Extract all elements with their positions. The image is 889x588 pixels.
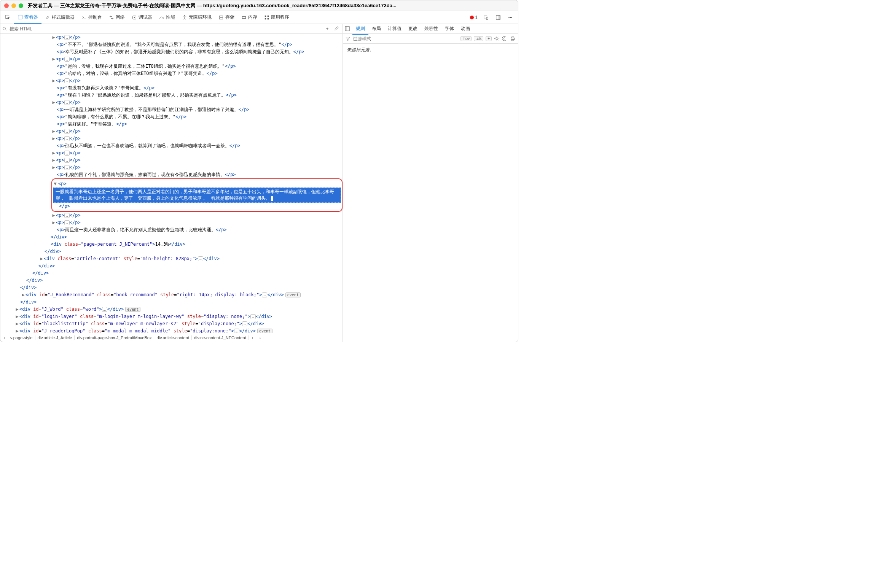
tab-inspector[interactable]: 查看器 xyxy=(14,12,41,24)
tab-changes[interactable]: 更改 xyxy=(405,24,421,34)
tab-debugger[interactable]: 调试器 xyxy=(128,12,156,23)
memory-icon xyxy=(241,15,247,20)
storage-icon xyxy=(218,15,224,20)
svg-point-21 xyxy=(496,38,498,40)
crumb-next-button[interactable]: › xyxy=(249,335,257,340)
rules-panel: 规则 布局 计算值 更改 兼容性 字体 动画 :hov .cls + 未选择元素… xyxy=(343,24,518,342)
error-count[interactable]: 1 xyxy=(468,15,480,20)
crumb-prev-button[interactable]: ‹ xyxy=(0,335,8,340)
svg-rect-9 xyxy=(265,18,266,19)
tab-network[interactable]: 网络 xyxy=(105,12,128,23)
tab-animations[interactable]: 动画 xyxy=(457,24,473,34)
close-window-button[interactable] xyxy=(4,3,9,8)
pencil-icon xyxy=(334,25,339,31)
add-node-button[interactable]: + xyxy=(323,26,332,32)
markup-panel: + ▶<p>…</p> <p>"不不不。"邵迅有些愧疚的说道。"我今天可能是有点… xyxy=(0,24,343,342)
console-icon xyxy=(81,15,87,20)
svg-rect-1 xyxy=(18,15,22,19)
svg-point-15 xyxy=(508,17,510,18)
selected-node-text: 一眼就看到李哥边上还坐一名男子，他们两人是正对着的门的，男子和李哥差不多年纪，也… xyxy=(53,188,341,203)
tab-performance[interactable]: 性能 xyxy=(156,12,178,23)
error-icon xyxy=(470,16,474,19)
crumb-item[interactable]: div.portrait-page-box.J_PortraitMoveBox xyxy=(75,335,154,340)
tab-storage[interactable]: 存储 xyxy=(215,12,238,23)
titlebar: 开发者工具 — 三体之紫龙王传奇-千手万掌-免费电子书-在线阅读-国风中文网 —… xyxy=(0,0,518,11)
svg-rect-20 xyxy=(345,27,347,31)
main-panels: + ▶<p>…</p> <p>"不不不。"邵迅有些愧疚的说道。"我今天可能是有点… xyxy=(0,24,518,342)
dock-icon xyxy=(495,15,501,20)
svg-rect-23 xyxy=(512,37,514,38)
pick-element-button[interactable] xyxy=(2,13,14,22)
inspector-icon xyxy=(18,14,23,20)
debugger-icon xyxy=(132,15,137,20)
svg-point-16 xyxy=(510,17,511,18)
devtools-window: 开发者工具 — 三体之紫龙王传奇-千手万掌-免费电子书-在线阅读-国风中文网 —… xyxy=(0,0,518,342)
styleeditor-icon xyxy=(45,15,50,20)
cls-toggle[interactable]: .cls xyxy=(474,36,483,41)
dock-button[interactable] xyxy=(492,13,504,22)
svg-rect-8 xyxy=(268,15,269,17)
responsive-mode-button[interactable] xyxy=(480,13,492,22)
tab-styleeditor[interactable]: 样式编辑器 xyxy=(41,12,78,23)
svg-rect-4 xyxy=(220,16,223,17)
panel-tabs: 查看器 样式编辑器 控制台 网络 调试器 性能 无障碍环境 存储 内存 应用程序… xyxy=(0,11,518,24)
window-controls xyxy=(4,3,23,8)
tab-accessibility[interactable]: 无障碍环境 xyxy=(178,12,215,23)
tab-computed[interactable]: 计算值 xyxy=(384,24,405,34)
hov-toggle[interactable]: :hov xyxy=(460,36,472,41)
crumb-end-button[interactable]: › xyxy=(257,335,264,340)
rules-toolbar: :hov .cls + xyxy=(343,34,518,44)
tab-compat[interactable]: 兼容性 xyxy=(421,24,441,34)
print-mode-icon[interactable] xyxy=(510,36,516,41)
pick-element-icon xyxy=(5,15,11,20)
rules-tabs: 规则 布局 计算值 更改 兼容性 字体 动画 xyxy=(343,24,518,34)
edit-html-button[interactable] xyxy=(332,25,341,32)
dark-mode-icon[interactable] xyxy=(502,36,508,41)
svg-rect-5 xyxy=(220,17,223,19)
rules-empty-message: 未选择元素。 xyxy=(343,44,518,342)
window-title: 开发者工具 — 三体之紫龙王传奇-千手万掌-免费电子书-在线阅读-国风中文网 —… xyxy=(28,2,514,9)
crumb-item[interactable]: div.ne-content.J_NEContent xyxy=(192,335,249,340)
crumb-item[interactable]: v.page-style xyxy=(8,335,35,340)
tab-rules[interactable]: 规则 xyxy=(352,24,368,35)
tab-memory[interactable]: 内存 xyxy=(238,12,261,23)
html-search-input[interactable] xyxy=(7,25,323,33)
network-icon xyxy=(109,15,114,20)
minimize-window-button[interactable] xyxy=(11,3,16,8)
svg-rect-6 xyxy=(242,16,246,18)
panel-layout-icon[interactable] xyxy=(344,26,350,32)
svg-rect-10 xyxy=(268,18,269,19)
apps-icon xyxy=(264,15,269,20)
accessibility-icon xyxy=(182,15,187,20)
light-mode-icon[interactable] xyxy=(494,36,500,41)
tab-console[interactable]: 控制台 xyxy=(78,12,105,23)
svg-rect-7 xyxy=(265,15,266,17)
filter-icon xyxy=(345,36,351,41)
responsive-icon xyxy=(483,15,489,20)
tab-apps[interactable]: 应用程序 xyxy=(261,12,293,23)
search-icon xyxy=(2,26,7,32)
svg-point-18 xyxy=(3,27,6,30)
filter-styles-input[interactable] xyxy=(353,36,458,41)
more-button[interactable] xyxy=(504,13,516,22)
svg-point-3 xyxy=(184,15,185,16)
crumb-item[interactable]: div.article.J_Article xyxy=(35,335,75,340)
zoom-window-button[interactable] xyxy=(19,3,23,8)
breadcrumbs: ‹ v.page-style div.article.J_Article div… xyxy=(0,333,343,342)
more-icon xyxy=(508,15,513,20)
html-search-bar: + xyxy=(0,24,343,34)
tab-fonts[interactable]: 字体 xyxy=(441,24,457,34)
performance-icon xyxy=(159,15,164,20)
svg-rect-14 xyxy=(499,15,500,19)
tab-layout[interactable]: 布局 xyxy=(368,24,384,34)
add-rule-button[interactable]: + xyxy=(486,36,492,41)
crumb-item[interactable]: div.article-content xyxy=(154,335,191,340)
selected-node[interactable]: ▼<p> 一眼就看到李哥边上还坐一名男子，他们两人是正对着的门的，男子和李哥差不… xyxy=(51,178,343,212)
svg-point-17 xyxy=(511,17,512,18)
dom-tree[interactable]: ▶<p>…</p> <p>"不不不。"邵迅有些愧疚的说道。"我今天可能是有点累了… xyxy=(0,34,343,333)
